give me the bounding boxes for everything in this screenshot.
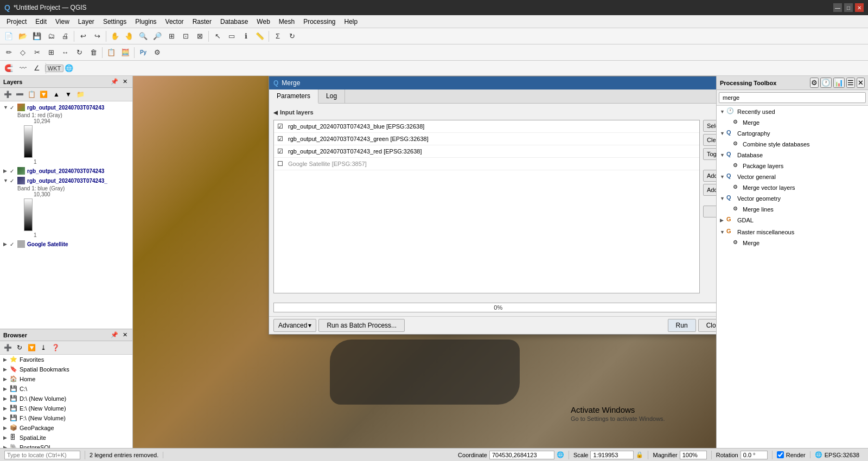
tree-item-package-layers[interactable]: ⚙ Package layers	[717, 161, 868, 171]
layer-item[interactable]: ▶ ✓ rgb_output_20240703T074243	[1, 166, 131, 176]
tb-rotate[interactable]: ↻	[73, 46, 86, 59]
menu-view[interactable]: View	[51, 17, 74, 27]
move-down-btn[interactable]: ▼	[63, 89, 74, 100]
section-arrow[interactable]: ◀	[273, 110, 278, 116]
browser-panel-close[interactable]: ✕	[121, 331, 129, 339]
toolbox-search-input[interactable]	[719, 92, 866, 103]
layer-check[interactable]: ✓	[10, 178, 17, 184]
tb-angle[interactable]: ∠	[30, 62, 43, 75]
tb-wkt[interactable]: WKT	[48, 62, 61, 75]
tb-select-rect[interactable]: ▭	[225, 30, 238, 43]
layer-item[interactable]: ▼ ✓ rgb_output_20240703T074243	[1, 103, 131, 112]
menu-plugins[interactable]: Plugins	[131, 17, 161, 27]
browser-item-f[interactable]: ▶ 💾 F:\ (New Volume)	[0, 413, 132, 423]
tb-zoom-full[interactable]: ⊞	[165, 30, 178, 43]
tb-delete[interactable]: 🗑	[87, 46, 100, 59]
scale-input[interactable]	[590, 451, 634, 459]
menu-raster[interactable]: Raster	[188, 17, 216, 27]
tree-item-merge-vector[interactable]: ⚙ Merge vector layers	[717, 183, 868, 193]
layer-item[interactable]: ▼ ✓ rgb_output_20240703T074243_	[1, 176, 131, 185]
batch-process-button[interactable]: Run as Batch Process...	[318, 319, 405, 332]
render-checkbox[interactable]	[777, 451, 784, 458]
tb-processing[interactable]: ⚙	[151, 46, 164, 59]
row-check[interactable]: ☐	[277, 160, 286, 168]
add-files-button[interactable]: Add File(s)...	[703, 170, 716, 182]
advanced-button[interactable]: Advanced ▾	[273, 319, 316, 332]
tb-crs[interactable]: 🌐	[62, 62, 75, 75]
browser-item-e[interactable]: ▶ 💾 E:\ (New Volume)	[0, 404, 132, 413]
menu-processing[interactable]: Processing	[299, 17, 340, 27]
tree-group-header[interactable]: ▼ Q Cartography	[717, 127, 868, 139]
tb-pan-map[interactable]: 🤚	[123, 30, 136, 43]
close-button[interactable]: ✕	[855, 3, 864, 12]
tree-group-header[interactable]: ▶ G GDAL	[717, 214, 868, 226]
tb-attr-table[interactable]: 📋	[105, 46, 118, 59]
browser-item-geopackage[interactable]: ▶ 📦 GeoPackage	[0, 423, 132, 433]
tb-zoom-select[interactable]: ⊡	[179, 30, 192, 43]
rotation-input[interactable]	[741, 451, 768, 459]
menu-settings[interactable]: Settings	[99, 17, 131, 27]
tb-node[interactable]: ◇	[16, 46, 29, 59]
layer-check[interactable]: ✓	[10, 168, 17, 174]
tab-log[interactable]: Log	[318, 89, 345, 103]
tb-identify[interactable]: ℹ	[239, 30, 252, 43]
magnifier-input[interactable]	[680, 451, 707, 459]
remove-layer-btn[interactable]: ➖	[14, 89, 25, 100]
browser-collapse-btn[interactable]: ⤓	[38, 342, 49, 353]
minimize-button[interactable]: —	[833, 3, 842, 12]
group-btn[interactable]: 📁	[75, 89, 86, 100]
tb-measure[interactable]: 📏	[253, 30, 266, 43]
menu-layer[interactable]: Layer	[74, 17, 99, 27]
tb-save[interactable]: 💾	[30, 30, 43, 43]
tree-item-raster-merge[interactable]: ⚙ Merge	[717, 238, 868, 248]
table-row[interactable]: ☑ rgb_output_20240703T074243_red [EPSG:3…	[274, 145, 699, 158]
tb-split[interactable]: ✂	[30, 46, 43, 59]
tb-zoom-in[interactable]: 🔍	[137, 30, 150, 43]
row-check[interactable]: ☑	[277, 135, 286, 143]
browser-panel-pin[interactable]: 📌	[109, 331, 120, 339]
browser-filter-btn[interactable]: 🔽	[26, 342, 37, 353]
menu-database[interactable]: Database	[216, 17, 252, 27]
browser-item-d[interactable]: ▶ 💾 D:\ (New Volume)	[0, 394, 132, 404]
row-check[interactable]: ☑	[277, 148, 286, 155]
coordinate-input[interactable]	[489, 451, 554, 459]
browser-item-spatialite[interactable]: ▶ 🗄 SpatiaLite	[0, 433, 132, 443]
tb-refresh[interactable]: ↻	[285, 30, 298, 43]
browser-item-postgres[interactable]: ▶ 🐘 PostgreSQL	[0, 443, 132, 448]
tree-group-header[interactable]: ▼ G Raster miscellaneous	[717, 226, 868, 238]
tb-print[interactable]: 🖨	[59, 30, 72, 43]
tb-merge-f[interactable]: ⊞	[44, 46, 58, 59]
tb-zoom-layer[interactable]: ⊠	[193, 30, 206, 43]
tb-save-as[interactable]: 🗂	[44, 30, 58, 43]
tb-move[interactable]: ↔	[59, 46, 72, 59]
layers-panel-pin[interactable]: 📌	[109, 78, 120, 86]
open-attr-btn[interactable]: 📋	[26, 89, 37, 100]
tb-python[interactable]: Py	[137, 46, 150, 59]
add-directory-button[interactable]: Add Directory...	[703, 184, 716, 196]
clear-selection-button[interactable]: Clear Selection	[703, 134, 716, 146]
menu-mesh[interactable]: Mesh	[275, 17, 299, 27]
table-row[interactable]: ☑ rgb_output_20240703T074243_green [EPSG…	[274, 133, 699, 145]
tree-group-header[interactable]: ▼ 🕐 Recently used	[717, 106, 868, 118]
ok-button[interactable]: OK	[703, 206, 716, 217]
tb-pan[interactable]: ✋	[108, 30, 122, 43]
tb-trace[interactable]: 〰	[16, 62, 29, 75]
locate-input[interactable]	[4, 451, 80, 459]
tb-digitize[interactable]: ✏	[2, 46, 15, 59]
tb-select[interactable]: ↖	[211, 30, 224, 43]
tree-group-header[interactable]: ▼ Q Vector general	[717, 171, 868, 183]
tb-field-calc[interactable]: 🧮	[119, 46, 132, 59]
toolbox-close-btn[interactable]: ✕	[857, 78, 865, 88]
tb-undo[interactable]: ↩	[76, 30, 90, 43]
browser-item-c[interactable]: ▶ 💾 C:\	[0, 384, 132, 394]
filter-layer-btn[interactable]: 🔽	[38, 89, 49, 100]
table-row[interactable]: ☐ Google Satellite [EPSG:3857]	[274, 158, 699, 170]
tb-zoom-out[interactable]: 🔎	[151, 30, 164, 43]
move-up-btn[interactable]: ▲	[51, 89, 62, 100]
tb-snap[interactable]: 🧲	[2, 62, 15, 75]
toolbox-results-btn[interactable]: 📊	[833, 78, 845, 88]
maximize-button[interactable]: □	[844, 3, 853, 12]
toggle-selection-button[interactable]: Toggle Selection	[703, 148, 716, 160]
toolbox-settings-btn[interactable]: ⚙	[810, 78, 819, 88]
browser-item-favorites[interactable]: ▶ ⭐ Favorites	[0, 355, 132, 364]
